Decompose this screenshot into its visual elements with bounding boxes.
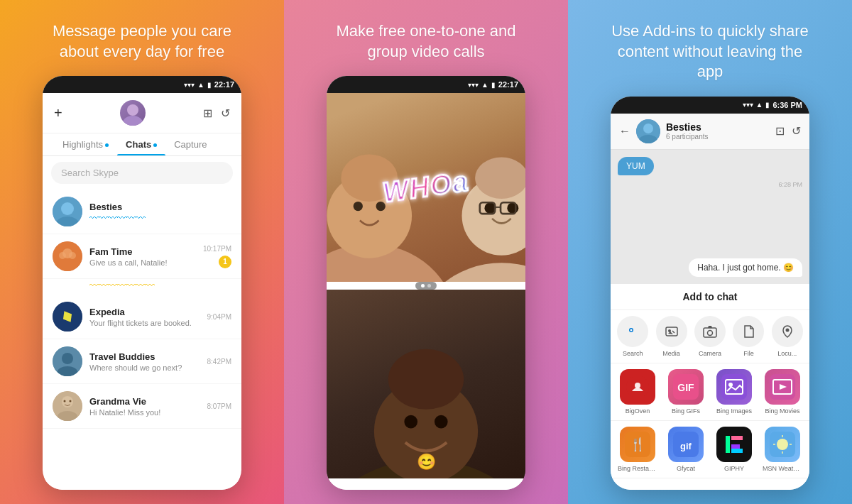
wave-yellow-icon: 〰〰〰〰〰〰〰 [89,280,154,291]
basic-addon-row: Search Media Camera [611,310,809,363]
panel-1-title: Message people you care about every day … [43,21,241,62]
status-bar-2: ▾▾▾ ▲ ▮ 22:17 [327,76,525,93]
addon-msn-label: MSN Weather [763,465,802,472]
back-button[interactable]: ← [619,125,630,138]
addon-search[interactable]: Search [615,316,650,357]
avatar-grandma [53,391,82,421]
chat-name-expedia: Expedia [89,307,200,317]
signal-icon: ▾▾▾ [184,81,195,89]
addon-media[interactable]: Media [653,316,689,357]
addon-msn[interactable]: MSN Weather [760,427,805,472]
call-icon-3[interactable]: ↺ [792,124,801,138]
phone-2: ▾▾▾ ▲ ▮ 22:17 [327,76,525,490]
chat-item-besties[interactable]: Besties 〰〰〰〰〰〰 [43,190,241,234]
addon-file[interactable]: File [731,316,766,357]
binggifs-icon: GIF [668,369,704,405]
chat-item-grandma[interactable]: Grandma Vie Hi Natalie! Miss you! 8:07PM [43,384,241,429]
battery-icon-3: ▮ [765,101,770,109]
svg-point-45 [785,329,789,332]
svg-rect-41 [666,327,677,336]
svg-text:gif: gif [680,441,692,451]
search-bar[interactable]: Search Skype [51,162,233,184]
chat-info-besties: Besties 〰〰〰〰〰〰 [89,202,224,222]
svg-rect-61 [731,436,743,440]
signal-icon-3: ▾▾▾ [743,101,753,109]
video-top: WHOa [327,93,525,282]
addon-gfycat-label: Gfycat [677,465,695,472]
camera-addon-icon [694,316,726,347]
msn-icon [765,427,800,462]
chat-list: Besties 〰〰〰〰〰〰 [43,190,241,478]
msg-time-1: 6:28 PM [618,181,802,188]
status-bar-1: ▾▾▾ ▲ ▮ 22:17 [43,76,241,93]
svg-rect-63 [731,449,743,453]
call-icon[interactable]: ↺ [221,106,230,120]
chat-title: Besties [666,121,770,133]
svg-point-47 [635,383,640,388]
panel-messaging: Message people you care about every day … [0,0,284,504]
phone-3: ▾▾▾ ▲ ▮ 6:36 PM ← Besties 6 participants [611,97,809,490]
tabs-bar: Highlights Chats Capture [43,133,241,156]
addon-bingmovies[interactable]: Bing Movies [760,369,805,415]
avatar[interactable] [120,100,146,126]
chat-badge-famtime: 1 [219,256,231,268]
app-addon-row-1: BigOven GIF Bing GIFs Bing Images [611,363,809,421]
chat-item-famtime[interactable]: Fam Time Give us a call, Natalie! 10:17P… [43,234,241,279]
tab-capture[interactable]: Capture [165,133,215,155]
tab-chats[interactable]: Chats [117,133,165,155]
addon-location[interactable]: Locu... [770,316,805,357]
chat-info-famtime: Fam Time Give us a call, Natalie! [89,246,196,267]
addon-bingmovies-label: Bing Movies [765,407,799,415]
bigoven-icon [620,369,655,405]
chat-meta-expedia: 9:04PM [207,313,231,321]
addon-camera-label: Camera [699,350,721,357]
add-to-chat-header: Add to chat [611,284,809,310]
chat-time-travel: 8:42PM [207,358,231,366]
chat-name-besties: Besties [89,202,224,212]
chat-name-grandma: Grandma Vie [89,396,200,407]
phone-3-bottom [611,478,809,490]
chat-item-expedia[interactable]: Expedia Your flight tickets are booked. … [43,295,241,339]
svg-rect-62 [731,444,740,449]
chat-info-grandma: Grandma Vie Hi Natalie! Miss you! [89,396,200,417]
addon-bingimages[interactable]: Bing Images [711,369,757,415]
chat-item-travel[interactable]: Travel Buddies Where should we go next? … [43,339,241,384]
dot-active [421,284,425,287]
status-icons-2: ▾▾▾ ▲ ▮ [468,81,496,89]
msg-yum: YUM [618,157,654,175]
addon-binggifs[interactable]: GIF Bing GIFs [663,369,709,415]
panel-2-title: Make free one-to-one and group video cal… [327,21,525,62]
chat-preview-famtime: Give us a call, Natalie! [89,258,196,267]
svg-point-40 [630,329,633,332]
addon-restaurant[interactable]: 🍴 Bing Restaura... [615,427,660,472]
chat-preview-expedia: Your flight tickets are booked. [89,319,200,327]
svg-point-35 [388,349,464,410]
chat-info-expedia: Expedia Your flight tickets are booked. [89,307,200,327]
gfycat-icon: gif [668,427,704,462]
status-time-1: 22:17 [214,80,234,89]
add-button[interactable]: + [54,105,62,121]
video-bottom-person [327,290,525,478]
panel-video: Make free one-to-one and group video cal… [284,0,568,504]
addon-binggifs-label: Bing GIFs [672,407,700,415]
addon-bigoven[interactable]: BigOven [615,369,660,415]
addon-camera[interactable]: Camera [692,316,728,357]
chat-meta-grandma: 8:07PM [207,402,231,410]
restaurant-icon: 🍴 [620,427,655,462]
phone-1-header: + ⊞ ↺ [43,93,241,133]
addon-restaurant-label: Bing Restaura... [618,465,657,472]
addon-giphy[interactable]: GIPHY [711,427,757,472]
addon-gfycat[interactable]: gif Gfycat [663,427,709,472]
chat-actions: ⊡ ↺ [775,124,801,138]
tab-highlights[interactable]: Highlights [54,133,117,155]
svg-point-34 [435,415,448,429]
image-icon[interactable]: ⊞ [203,106,212,120]
video-container: WHOa 😊 [327,93,525,478]
status-time-3: 6:36 PM [772,101,802,109]
video-call-icon[interactable]: ⊡ [775,124,785,138]
svg-point-3 [61,202,74,215]
header-icons: ⊞ ↺ [203,106,230,120]
msg-home: Haha. I just got home. 😊 [689,258,802,277]
status-icons-1: ▾▾▾ ▲ ▮ [184,81,212,89]
chat-wave-besties: 〰〰〰〰〰〰 [89,214,224,222]
